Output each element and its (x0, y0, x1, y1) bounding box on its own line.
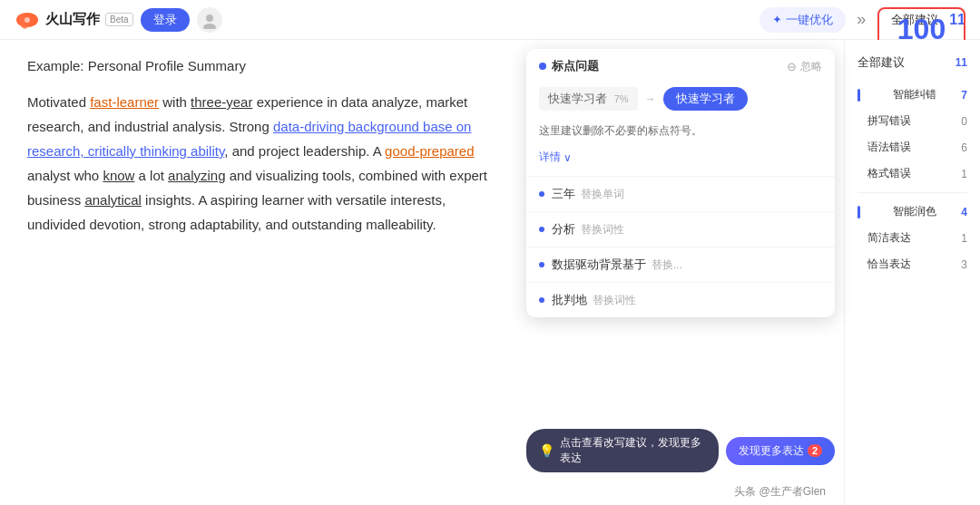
svg-point-3 (206, 15, 213, 22)
tooltip-bubble: 💡 点击查看改写建议，发现更多表达 (526, 429, 719, 472)
panel-count-polish: 4 (961, 206, 967, 219)
panel-item-grammar[interactable]: 语法错误 6 (845, 134, 980, 160)
ignore-area[interactable]: ⊖ 忽略 (787, 59, 822, 74)
discover-badge: 2 (808, 444, 822, 457)
popup-item-label-1: 三年 (552, 186, 575, 202)
popup-item-action-2[interactable]: 替换词性 (581, 222, 624, 238)
arrow-icon: → (645, 92, 656, 105)
popup-item-dot-4 (539, 297, 544, 303)
panel-label-appropriate: 恰当表达 (867, 257, 911, 272)
all-suggestions-label: 全部建议 (858, 54, 905, 71)
panel-count-grammar: 6 (961, 141, 967, 154)
panel-separator (858, 192, 967, 193)
editor-area: Example: Personal Profile Summary Motiva… (0, 40, 526, 505)
text-a-lot: a lot (134, 168, 168, 183)
text-analyzing[interactable]: analyzing (168, 168, 225, 183)
original-word: 快速学习者 (548, 92, 607, 105)
panel-label-polish: 智能润色 (893, 204, 936, 219)
popup-item-3[interactable]: 数据驱动背景基于 替换... (526, 247, 835, 282)
panel-item-polish[interactable]: 智能润色 4 (845, 199, 980, 225)
panel-item-smart-correct[interactable]: 智能纠错 7 (845, 82, 980, 108)
popup-item-action-4[interactable]: 替换词性 (593, 293, 636, 308)
right-panel-header: 全部建议 11 (845, 51, 980, 82)
panel-count-spelling: 0 (961, 115, 967, 128)
panel-label-concise: 简洁表达 (867, 230, 911, 246)
popup-item-dot-1 (539, 191, 544, 197)
all-suggestions-count: 11 (956, 56, 967, 69)
svg-point-2 (24, 17, 30, 23)
popup-item-dot-2 (539, 227, 544, 232)
text-fast-learner[interactable]: fast-learner (90, 94, 159, 110)
text-good-prepared[interactable]: good-prepared (385, 143, 474, 159)
logo-area: 火山写作 Beta (15, 7, 133, 33)
popup-item-label-2: 分析 (552, 221, 575, 238)
text-know[interactable]: know (103, 168, 134, 183)
logo-text: 火山写作 (45, 11, 100, 28)
text-three-year[interactable]: three-year (191, 94, 252, 110)
panel-item-spelling[interactable]: 拼写错误 0 (845, 108, 980, 134)
text-analyst: analyst who (27, 168, 103, 183)
popup-item-4[interactable]: 批判地 替换词性 (526, 282, 835, 317)
main-area: Example: Personal Profile Summary Motiva… (0, 40, 980, 505)
popup-item-1[interactable]: 三年 替换单词 (526, 176, 835, 211)
ignore-label[interactable]: 忽略 (800, 59, 822, 74)
panel-item-appropriate[interactable]: 恰当表达 3 (845, 251, 980, 277)
panel-label-grammar: 语法错误 (867, 140, 911, 155)
tooltip-text: 点击查看改写建议，发现更多表达 (560, 435, 706, 466)
doc-body: Motivated fast-learner with three-year e… (27, 90, 499, 237)
ignore-icon: ⊖ (787, 60, 797, 73)
text-motivated: Motivated (27, 94, 90, 110)
avatar (197, 7, 222, 33)
svg-point-4 (203, 24, 216, 29)
lightbulb-icon: 💡 (539, 443, 554, 458)
popup-detail[interactable]: 详情 ∨ (526, 148, 835, 176)
sparkle-icon: ✦ (772, 13, 782, 26)
panel-label-format: 格式错误 (867, 166, 911, 181)
text-analytical[interactable]: analytical (84, 192, 142, 208)
panel-count-concise: 1 (961, 232, 967, 245)
bottom-tooltip: 💡 点击查看改写建议，发现更多表达 发现更多表达 2 (526, 429, 835, 472)
logo-icon (15, 7, 40, 33)
panel-item-concise[interactable]: 简洁表达 1 (845, 225, 980, 251)
login-button[interactable]: 登录 (141, 8, 190, 32)
text-with: with (159, 94, 191, 110)
detail-label: 详情 (539, 150, 561, 165)
popup-header: 标点问题 ⊖ 忽略 (526, 49, 835, 82)
popup-item-action-1[interactable]: 替换单词 (581, 187, 624, 202)
watermark: 头条 @生产者Glen (734, 484, 826, 500)
beta-badge: Beta (105, 13, 133, 26)
panel-item-format[interactable]: 格式错误 1 (845, 160, 980, 187)
text-and-project: , and project leadership. A (224, 143, 385, 159)
popup-item-dot-3 (539, 262, 544, 267)
right-panel-title: 全部建议 11 (858, 54, 967, 71)
popup-item-action-3[interactable]: 替换... (652, 257, 682, 273)
panel-bar-smart-correct (858, 89, 860, 102)
panel-count-format: 1 (961, 168, 967, 180)
discover-label: 发现更多表达 (739, 443, 804, 459)
optimize-button[interactable]: ✦ 一键优化 (760, 7, 846, 33)
panel-label-smart-correct: 智能纠错 (893, 87, 936, 102)
popup-item-label-3: 数据驱动背景基于 (552, 257, 646, 273)
more-button[interactable]: » (853, 10, 869, 29)
discover-button[interactable]: 发现更多表达 2 (726, 437, 835, 465)
chevron-down-icon: ∨ (564, 151, 572, 164)
popup-dot (539, 63, 546, 70)
panel-bar-polish (858, 206, 860, 219)
doc-title: Example: Personal Profile Summary (27, 58, 499, 73)
optimize-label: 一键优化 (786, 12, 833, 28)
panel-count-appropriate: 3 (961, 258, 967, 271)
right-panel: 全部建议 11 智能纠错 7 拼写错误 0 语法错误 6 格式错误 1 智能润色… (844, 40, 980, 505)
original-text: 快速学习者 7% (539, 87, 638, 111)
popup-desc: 这里建议删除不必要的标点符号。 (526, 120, 835, 148)
panel-label-spelling: 拼写错误 (867, 113, 911, 129)
popup-item-label-4: 批判地 (552, 292, 587, 308)
suggested-text[interactable]: 快速学习者 (663, 87, 748, 111)
popup-title: 标点问题 (552, 58, 599, 74)
header: 火山写作 Beta 登录 ✦ 一键优化 » 全部建议 11 (0, 0, 980, 40)
suggestion-popup: 标点问题 ⊖ 忽略 快速学习者 7% → 快速学习者 这里建议删除不必要的标点符… (526, 49, 835, 317)
panel-count-smart-correct: 7 (961, 89, 967, 102)
original-code: 7% (614, 93, 629, 104)
correction-row: 快速学习者 7% → 快速学习者 (526, 82, 835, 120)
popup-item-2[interactable]: 分析 替换词性 (526, 211, 835, 247)
